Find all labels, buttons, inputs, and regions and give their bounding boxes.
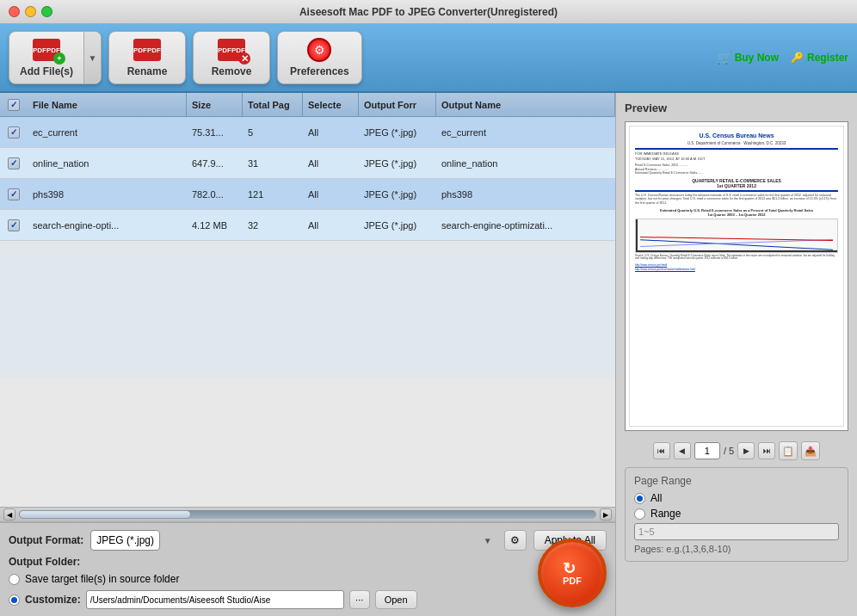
cell-output-2: phs398 <box>436 179 615 209</box>
cell-filename-0: ec_current <box>28 117 187 147</box>
customize-path-input[interactable] <box>86 590 344 609</box>
rename-button[interactable]: PDF Rename <box>108 31 186 84</box>
customize-radio[interactable] <box>9 594 20 606</box>
pages-example: Pages: e.g.(1,3,6,8-10) <box>634 544 839 554</box>
col-header-selected: Selecte <box>303 93 359 116</box>
scroll-right-arrow[interactable]: ▶ <box>600 508 612 521</box>
open-folder-button[interactable]: Open <box>375 590 417 609</box>
preview-document: U.S. Census Bureau News U.S. Department … <box>629 126 844 427</box>
customize-label: Customize: <box>25 594 81 606</box>
next-page-button[interactable]: ▶ <box>737 442 755 459</box>
cell-output-3: search-engine-optimizati... <box>436 210 615 240</box>
col-header-filename: File Name <box>28 93 187 116</box>
preferences-label: Preferences <box>290 65 349 77</box>
table-row[interactable]: ✓ search-engine-opti... 4.12 MB 32 All J… <box>0 210 615 241</box>
cell-filename-1: online_nation <box>28 148 187 178</box>
cell-format-1: JPEG (*.jpg) <box>359 148 436 178</box>
scrollbar-thumb[interactable] <box>19 510 191 519</box>
cell-filename-2: phs398 <box>28 179 187 209</box>
output-format-row: Output Format: JPEG (*.jpg) ▼ ⚙ Apply to… <box>9 530 607 551</box>
cell-output-1: online_nation <box>436 148 615 178</box>
cell-selected-3: All <box>303 210 359 240</box>
settings-icon-button[interactable]: ⚙ <box>504 530 527 551</box>
title-bar: Aiseesoft Mac PDF to JPEG Converter(Unre… <box>0 0 857 24</box>
add-files-dropdown-arrow[interactable]: ▼ <box>83 32 101 83</box>
last-page-button[interactable]: ⏭ <box>758 442 775 459</box>
row-checkbox-1[interactable]: ✓ <box>8 157 20 169</box>
cell-selected-1: All <box>303 148 359 178</box>
convert-button[interactable]: ↻ PDF <box>538 539 607 607</box>
format-select[interactable]: JPEG (*.jpg) <box>90 530 160 551</box>
export-icon-button[interactable]: 📤 <box>801 441 820 460</box>
col-header-outputname: Output Name <box>436 93 615 116</box>
file-table: ✓ File Name Size Total Pag Selecte Outpu… <box>0 93 615 507</box>
buy-now-label: Buy Now <box>735 52 779 64</box>
remove-button[interactable]: PDF ✕ Remove <box>193 31 270 84</box>
register-label: Register <box>807 52 848 64</box>
col-header-outputformat: Output Forr <box>359 93 436 116</box>
save-source-radio[interactable] <box>9 574 20 585</box>
add-files-button[interactable]: PDF + Add File(s) ▼ <box>9 31 102 84</box>
cell-format-2: JPEG (*.jpg) <box>359 179 436 209</box>
cell-selected-2: All <box>303 179 359 209</box>
row-checkbox-3[interactable]: ✓ <box>8 219 20 231</box>
preferences-icon: ⚙ <box>304 38 335 62</box>
table-body: ✓ ec_current 75.31... 5 All JPEG (*.jpg)… <box>0 117 615 507</box>
save-source-label: Save target file(s) in source folder <box>25 573 179 585</box>
bottom-controls: Output Format: JPEG (*.jpg) ▼ ⚙ Apply to… <box>0 522 615 616</box>
current-page-input[interactable]: 1 <box>694 442 720 459</box>
left-panel: ✓ File Name Size Total Pag Selecte Outpu… <box>0 93 616 616</box>
preferences-button[interactable]: ⚙ Preferences <box>277 31 362 84</box>
rename-label: Rename <box>127 65 168 77</box>
header-checkbox[interactable]: ✓ <box>8 99 20 111</box>
scroll-right-arrows: ▶ <box>600 508 612 521</box>
close-button[interactable] <box>9 6 20 17</box>
maximize-button[interactable] <box>41 6 52 17</box>
format-dropdown-icon: ▼ <box>484 536 492 545</box>
range-input[interactable] <box>634 523 839 540</box>
save-source-radio-row: Save target file(s) in source folder <box>9 573 607 585</box>
prev-page-button[interactable]: ◀ <box>674 442 691 459</box>
preview-area: U.S. Census Bureau News U.S. Department … <box>625 121 848 431</box>
cell-size-1: 647.9... <box>187 148 243 178</box>
add-files-icon: PDF + <box>31 38 62 62</box>
browse-dots-button[interactable]: ··· <box>349 590 370 609</box>
format-select-wrapper: JPEG (*.jpg) ▼ <box>90 530 496 551</box>
table-row[interactable]: ✓ ec_current 75.31... 5 All JPEG (*.jpg)… <box>0 117 615 148</box>
output-format-label: Output Format: <box>9 534 83 546</box>
cell-format-3: JPEG (*.jpg) <box>359 210 436 240</box>
all-pages-radio[interactable] <box>634 493 645 504</box>
row-checkbox-2[interactable]: ✓ <box>8 188 20 200</box>
col-header-size: Size <box>187 93 243 116</box>
remove-label: Remove <box>212 65 252 77</box>
range-radio[interactable] <box>634 508 645 520</box>
first-page-button[interactable]: ⏮ <box>653 442 670 459</box>
cell-format-0: JPEG (*.jpg) <box>359 117 436 147</box>
key-icon: 🔑 <box>791 52 804 64</box>
toolbar: PDF + Add File(s) ▼ PDF Rename PDF ✕ Rem… <box>0 24 857 93</box>
cell-pages-0: 5 <box>243 117 303 147</box>
cell-pages-3: 32 <box>243 210 303 240</box>
range-radio-row: Range <box>634 508 839 520</box>
window-controls[interactable] <box>9 6 52 17</box>
copy-icon-button[interactable]: 📋 <box>779 441 798 460</box>
remove-icon: PDF ✕ <box>216 38 247 62</box>
table-header: ✓ File Name Size Total Pag Selecte Outpu… <box>0 93 615 117</box>
register-link[interactable]: 🔑 Register <box>791 52 848 64</box>
row-checkbox-0[interactable]: ✓ <box>8 126 20 139</box>
scroll-left-arrow[interactable]: ◀ <box>3 508 15 521</box>
scrollbar-track[interactable] <box>19 510 596 519</box>
rename-icon: PDF <box>132 38 163 62</box>
minimize-button[interactable] <box>25 6 36 17</box>
cell-pages-2: 121 <box>243 179 303 209</box>
horizontal-scrollbar[interactable]: ◀ ▶ <box>0 507 615 522</box>
table-row[interactable]: ✓ online_nation 647.9... 31 All JPEG (*.… <box>0 148 615 179</box>
page-range-title: Page Range <box>634 475 839 487</box>
cart-icon: 🛒 <box>717 51 731 65</box>
buy-now-link[interactable]: 🛒 Buy Now <box>717 51 779 65</box>
table-row[interactable]: ✓ phs398 782.0... 121 All JPEG (*.jpg) p… <box>0 179 615 210</box>
cell-pages-1: 31 <box>243 148 303 178</box>
doc-action-icons: 📋 📤 <box>779 441 820 460</box>
customize-radio-row: Customize: ··· Open <box>9 590 607 609</box>
convert-icon: ↻ PDF <box>563 561 582 586</box>
